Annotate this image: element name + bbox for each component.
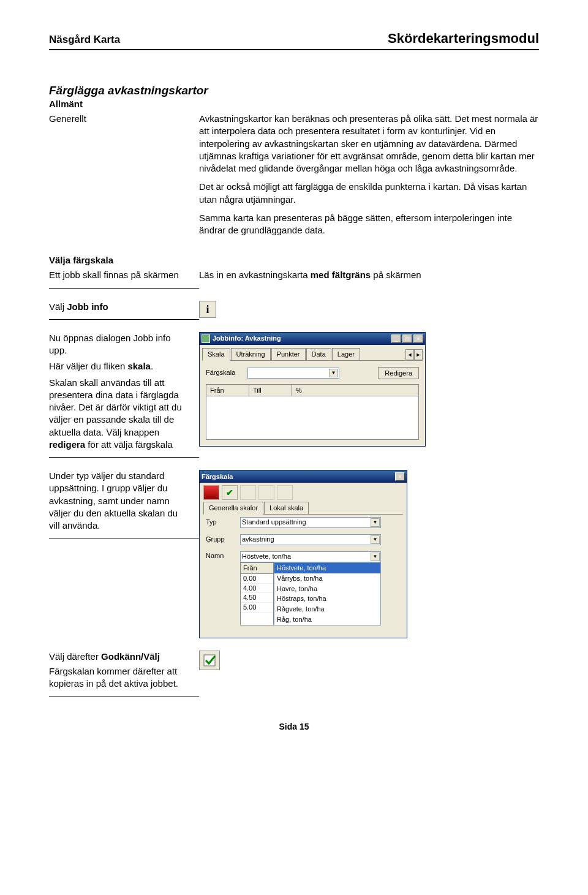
paragraph: Samma karta kan presenteras på bägge sät… xyxy=(199,212,539,237)
grupp-select[interactable]: avkastning ▼ xyxy=(240,534,381,545)
tab-generella[interactable]: Generella skalor xyxy=(203,502,263,515)
row-body: i xyxy=(199,301,539,318)
col-fran: Från xyxy=(241,563,273,574)
section-title: Färglägga avkastningskartor xyxy=(49,84,539,97)
col-till: Till xyxy=(249,385,292,396)
field-label: Typ xyxy=(206,518,240,527)
row-label: Ett jobb skall finnas på skärmen xyxy=(49,269,199,288)
tab-scroll-left[interactable]: ◄ xyxy=(405,349,414,360)
text-bold: med fältgräns xyxy=(311,270,371,280)
paragraph: Nu öppnas dialogen Jobb info upp. xyxy=(49,332,188,357)
header-left: Näsgård Karta xyxy=(49,34,120,46)
app-icon xyxy=(202,334,210,343)
grid-cell: 0.00 xyxy=(241,574,273,584)
titlebar: Jobbinfo: Avkastning _ □ × xyxy=(200,333,425,345)
check-icon xyxy=(203,653,217,668)
toolbar-check-icon[interactable] xyxy=(222,485,238,500)
section-subhead: Välja färgskala xyxy=(49,255,539,265)
fargskala-select[interactable]: ▼ xyxy=(247,368,339,379)
row-label: Nu öppnas dialogen Jobb info upp. Här vä… xyxy=(49,332,199,458)
namn-select[interactable]: Höstvete, ton/ha ▼ xyxy=(240,551,381,562)
select-value: Höstvete, ton/ha xyxy=(242,552,291,561)
svg-rect-0 xyxy=(204,655,215,666)
toolbar-btn[interactable] xyxy=(240,485,256,500)
field-label: Grupp xyxy=(206,535,240,544)
list-item[interactable]: Vårrybs, ton/ha xyxy=(274,573,380,584)
text: Skalan skall användas till att presenter… xyxy=(49,377,182,437)
window-title: Färgskala xyxy=(202,472,395,481)
list-item[interactable]: Höstvete, ton/ha xyxy=(274,563,380,573)
namn-listbox[interactable]: Höstvete, ton/ha Vårrybs, ton/ha Havre, … xyxy=(274,562,381,625)
maximize-button[interactable]: □ xyxy=(402,334,412,343)
row-label: Under typ väljer du standard uppsättning… xyxy=(49,470,199,538)
tab-data[interactable]: Data xyxy=(306,348,331,360)
list-item[interactable]: Rågvete, ton/ha xyxy=(274,604,380,614)
minimize-button[interactable]: _ xyxy=(391,334,401,343)
text-bold: skala xyxy=(127,361,151,371)
close-button[interactable]: × xyxy=(413,334,423,343)
col-percent: % xyxy=(292,385,418,396)
toolbar-btn[interactable] xyxy=(258,485,274,500)
page-header: Näsgård Karta Skördekarteringsmodul xyxy=(49,31,539,50)
row-body: Färgskala × Generella skalor Lokal skala xyxy=(199,470,539,638)
paragraph: Det är också möjligt att färglägga de en… xyxy=(199,181,539,206)
col-fran: Från xyxy=(206,385,249,396)
text: . xyxy=(151,361,153,371)
window-title: Jobbinfo: Avkastning xyxy=(213,334,391,343)
tab-lokal[interactable]: Lokal skala xyxy=(264,502,309,514)
paragraph: Här väljer du fliken skala. xyxy=(49,360,188,372)
text-bold: redigera xyxy=(49,439,85,450)
text: för att välja färgskala xyxy=(85,439,173,450)
row-body: Avkastningskartor kan beräknas och prese… xyxy=(199,113,539,243)
titlebar: Färgskala × xyxy=(200,470,407,483)
list-item[interactable]: Höstraps, ton/ha xyxy=(274,594,380,604)
field-label: Färgskala xyxy=(206,368,247,377)
jobbinfo-dialog: Jobbinfo: Avkastning _ □ × Skala Uträkni… xyxy=(199,332,426,447)
page-footer: Sida 15 xyxy=(49,722,539,731)
row-label: Välj därefter Godkänn/Välj Färgskalan ko… xyxy=(49,651,199,697)
grid-cell: 5.00 xyxy=(241,603,273,613)
info-icon[interactable]: i xyxy=(199,301,216,318)
text: Här väljer du fliken xyxy=(49,361,127,371)
select-value: avkastning xyxy=(242,535,274,544)
paragraph: Färgskalan kommer därefter att kopieras … xyxy=(49,665,188,690)
text: Läs in en avkastningskarta xyxy=(199,270,311,280)
grid-cell: 4.50 xyxy=(241,593,273,603)
row-body: Jobbinfo: Avkastning _ □ × Skala Uträkni… xyxy=(199,332,539,447)
close-button[interactable]: × xyxy=(395,472,405,481)
chevron-down-icon: ▼ xyxy=(371,518,380,527)
toolbar-btn[interactable] xyxy=(277,485,293,500)
redigera-button[interactable]: Redigera xyxy=(378,367,419,379)
godkann-button[interactable] xyxy=(199,651,220,670)
from-grid: Från 0.00 4.00 4.50 5.00 xyxy=(240,562,274,625)
tab-scroll-right[interactable]: ► xyxy=(414,349,423,360)
text-bold: Godkänn/Välj xyxy=(101,651,160,662)
text: på skärmen xyxy=(371,270,421,280)
row-body: Läs in en avkastningskarta med fältgräns… xyxy=(199,269,539,281)
tab-punkter[interactable]: Punkter xyxy=(271,348,306,360)
tab-skala[interactable]: Skala xyxy=(202,348,230,361)
chevron-down-icon: ▼ xyxy=(371,535,380,544)
paragraph: Skalan skall användas till att presenter… xyxy=(49,377,188,451)
fargskala-dialog: Färgskala × Generella skalor Lokal skala xyxy=(199,470,407,638)
paragraph: Välj därefter Godkänn/Välj xyxy=(49,651,188,663)
row-label: Generellt xyxy=(49,113,199,125)
select-value: Standard uppsättning xyxy=(242,518,306,527)
section-subhead: Allmänt xyxy=(49,99,539,109)
tab-utrakning[interactable]: Uträkning xyxy=(231,348,271,360)
text: Välj xyxy=(49,301,67,312)
list-item[interactable]: Råg, ton/ha xyxy=(274,614,380,625)
toolbar xyxy=(200,483,407,501)
row-body xyxy=(199,651,539,673)
toolbar-flag-red-icon[interactable] xyxy=(203,485,219,500)
chevron-down-icon: ▼ xyxy=(329,369,338,377)
tab-bar: Generella skalor Lokal skala xyxy=(203,501,403,515)
field-label: Namn xyxy=(206,551,240,561)
list-item[interactable]: Havre, ton/ha xyxy=(274,584,380,594)
chevron-down-icon: ▼ xyxy=(371,553,380,561)
paragraph: Avkastningskartor kan beräknas och prese… xyxy=(199,113,539,175)
typ-select[interactable]: Standard uppsättning ▼ xyxy=(240,517,381,528)
scale-grid: Från Till % xyxy=(206,384,419,440)
grid-body xyxy=(206,396,418,439)
tab-lager[interactable]: Lager xyxy=(332,348,360,360)
